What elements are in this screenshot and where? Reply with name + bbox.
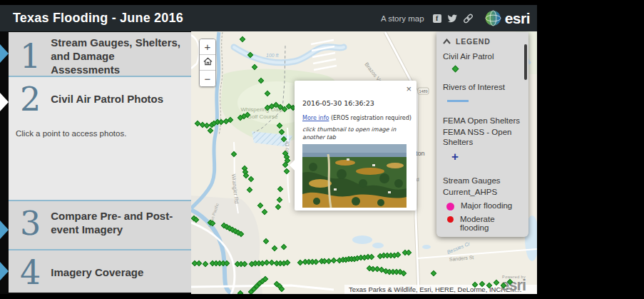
step-arrow-icon [0,44,9,63]
green-diamond-swatch [452,66,459,73]
map-controls: + − [199,39,216,87]
legend-layer-rivers: Rivers of Interest [443,83,523,91]
zoom-out-button[interactable]: − [200,71,215,86]
page-title: Texas Flooding - June 2016 [13,11,183,26]
home-icon [203,56,213,66]
more-info-link[interactable]: More info [302,115,329,121]
sidebar-item-imagery-coverage[interactable]: 4 Imagery Coverage [9,250,191,293]
step-number: 4 [20,255,41,290]
sidebar-item-civil-air-patrol[interactable]: 2 Civil Air Patrol Photos Click a point … [9,77,191,200]
close-icon[interactable]: × [406,83,412,94]
map-label-scale: 100 ft [266,53,280,58]
major-flooding-swatch [446,203,454,211]
step-label: Civil Air Patrol Photos [51,93,163,106]
flood-photo-thumbnail[interactable] [302,144,407,208]
photo-popup: × 2016-05-30 16:36:23 More info (EROS re… [295,81,416,211]
blue-line-swatch [447,100,469,102]
home-button[interactable] [200,55,215,71]
legend-sublayer-fema-nss: FEMA NSS - Open Shelters [443,127,514,148]
step-arrow-icon [0,221,9,239]
app-window: Texas Flooding - June 2016 A story map f [0,0,644,299]
legend-entry-label: Moderate flooding [460,215,513,232]
esri-watermark: Powered by esri [501,275,526,292]
svg-text:Golf Course: Golf Course [247,113,278,120]
app-header: Texas Flooding - June 2016 A story map f [0,5,537,31]
step-label: Imagery Coverage [51,266,143,280]
legend-panel: LEGEND Civil Air Patrol Rivers of Intere… [436,32,528,237]
esri-wordmark: esri [505,10,530,27]
sidebar-item-compare-imagery[interactable]: 3 Compare Pre- and Post-event Imagery [9,201,191,249]
legend-layer-fema: FEMA Open Shelters [443,116,523,125]
map-label-golf: Whispering Oaks [241,106,285,113]
legend-sublayer-current-ahps: Current_AHPS [443,187,514,197]
sidebar: 1 Stream Gauges, Shelters, and Damage As… [0,31,191,294]
moderate-flooding-swatch [447,216,454,223]
step-label: Stream Gauges, Shelters, and Damage Asse… [51,36,184,76]
sidebar-item-stream-gauges[interactable]: 1 Stream Gauges, Shelters, and Damage As… [9,32,191,76]
esri-logo[interactable]: esri [484,9,530,27]
step-arrow-icon [0,262,9,280]
link-icon[interactable] [463,14,474,24]
facebook-icon[interactable]: f [433,14,441,23]
step-number: 3 [20,206,41,241]
blue-cross-swatch: + [451,152,523,162]
map-canvas[interactable]: 1489 Whispering Oaks Golf Course 100 ft … [191,31,537,294]
road-shield: 1489 [418,88,429,94]
step-number: 2 [20,81,41,117]
step-label: Compare Pre- and Post-event Imagery [51,210,184,237]
legend-layer-cap: Civil Air Patrol [443,52,523,61]
esri-globe-icon [484,9,502,27]
legend-entry-label: Major flooding [461,201,512,210]
popup-instruction: click thumbnail to open image in another… [302,126,411,142]
step-arrow-icon [0,93,9,111]
story-map-label: A story map [381,14,424,23]
step-hint: Click a point to access photos. [16,129,126,138]
popup-timestamp: 2016-05-30 16:36:23 [302,99,374,107]
step-number: 1 [20,39,41,74]
link-suffix: (EROS registration required) [329,115,412,121]
story-map-app: Texas Flooding - June 2016 A story map f [0,5,537,294]
legend-layer-stream-gauges: Stream Gauges [443,176,523,185]
zoom-in-button[interactable]: + [200,39,215,55]
legend-title: LEGEND [456,37,491,46]
twitter-icon[interactable] [447,14,457,23]
chevron-up-icon [443,39,451,44]
legend-header[interactable]: LEGEND [443,37,523,46]
esri-watermark-text: esri [501,279,526,292]
svg-text:1489: 1489 [419,89,427,93]
legend-scrollbar[interactable] [524,44,527,80]
